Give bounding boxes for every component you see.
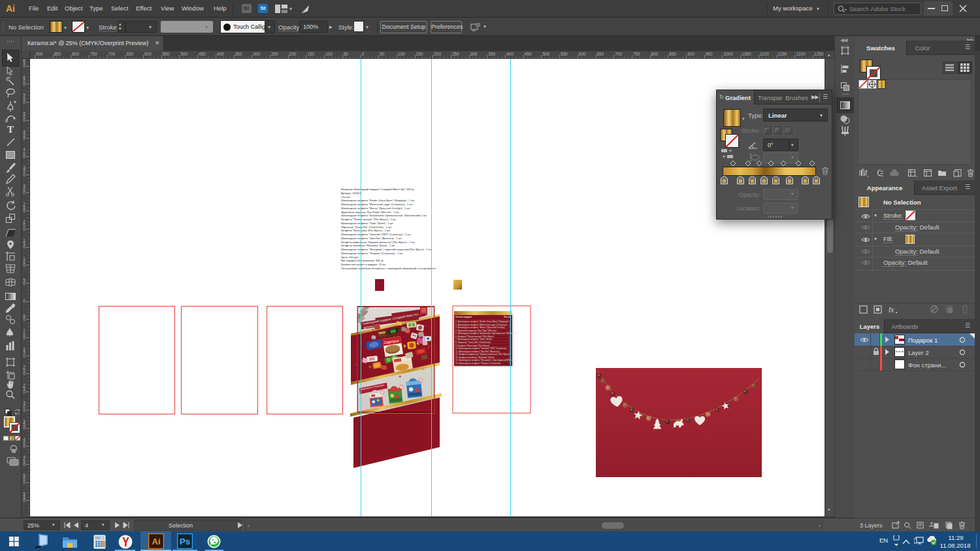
svg-text:4. Фруктовые леденцы "Бон Пари: 4. Фруктовые леденцы "Бон Пари" (Нестле) <box>455 329 497 332</box>
svg-text:15. Шоколадные конфеты "Лягушк: 15. Шоколадные конфеты "Лягушка" (Славян… <box>455 362 500 365</box>
svg-text:Ps: Ps <box>180 537 190 546</box>
svg-text:✻: ✻ <box>425 324 427 327</box>
svg-text:2. Шоколадные конфеты "Маленьк: 2. Шоколадные конфеты "Маленькое чудо" (… <box>455 324 507 326</box>
svg-text:T: T <box>7 124 14 135</box>
svg-text:fx: fx <box>889 306 894 314</box>
svg-text:✻: ✻ <box>355 363 357 367</box>
svg-text:3. Шоколадные конфеты "Маска": 3. Шоколадные конфеты "Маска" (Красный О… <box>455 326 505 329</box>
svg-text:12. Конфеты вафельные "Коровка: 12. Конфеты вафельные "Коровка молочная"… <box>455 353 510 356</box>
svg-text:Состав подарка: Состав подарка <box>455 316 472 318</box>
svg-text:11. Шоколадные конфеты "Чио-Ри: 11. Шоколадные конфеты "Чио-Рио" (Валенс… <box>455 350 499 353</box>
svg-text:6. Конфеты "Птичье молоко" (Ро: 6. Конфеты "Птичье молоко" (Рот-Фронт) <box>455 335 494 338</box>
svg-text:Ai: Ai <box>152 537 161 546</box>
svg-text:✻: ✻ <box>399 375 401 378</box>
svg-text:13. Конфеты желейные "Желейка": 13. Конфеты желейные "Желейка" (Konti) <box>455 356 495 359</box>
svg-text:10. Шоколадные конфеты "Золото: 10. Шоколадные конфеты "Золотой СТЕП" (С… <box>455 347 506 350</box>
svg-text:7. Шоколадные конфеты "Темп" (: 7. Шоколадные конфеты "Темп" (Konti) <box>455 338 492 341</box>
svg-text:1. Шоколадные конфеты "Kinder: 1. Шоколадные конфеты "Kinder Choco-Bons… <box>455 320 508 323</box>
svg-text:8. Пирожное "Choco-Pie" (Orion: 8. Пирожное "Choco-Pie" (Orion/Lotte) <box>455 341 491 344</box>
svg-text:9. Конфеты "Батончики" (Рот-Фр: 9. Конфеты "Батончики" (Рот-Фронт) <box>455 344 489 347</box>
